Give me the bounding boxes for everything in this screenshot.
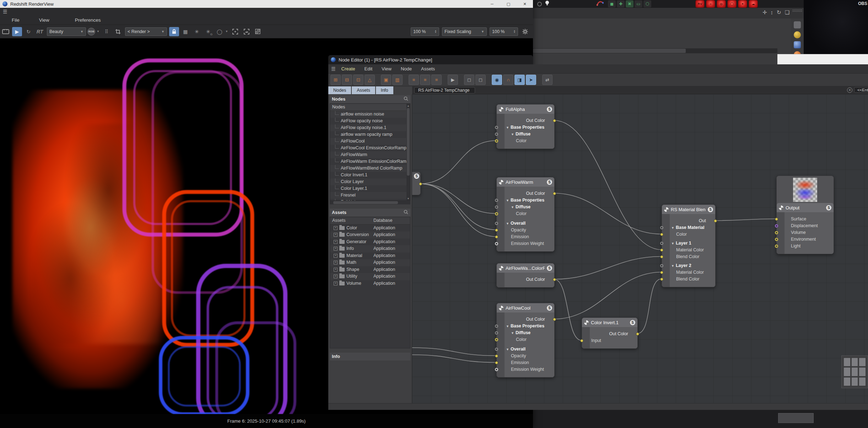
crop-region-icon[interactable] xyxy=(113,27,123,36)
node-header[interactable]: AirFlowCoolS xyxy=(497,303,554,312)
input-port-emission[interactable] xyxy=(495,235,498,239)
redshift-volume-icon[interactable]: ✦ xyxy=(738,0,747,8)
solo-badge[interactable]: S xyxy=(708,207,713,212)
input-port-emission[interactable] xyxy=(495,361,498,364)
nodes-tree-item[interactable]: AirFlowCool xyxy=(330,138,406,145)
node-row-diffuse[interactable]: ▼Diffuse xyxy=(497,204,554,210)
graph-node-warm[interactable]: AirFlowWarmSOut Color▼Base Properties▼Di… xyxy=(496,177,555,252)
node-row-blend-color[interactable]: Blend Color xyxy=(662,253,715,260)
node-row-opacity[interactable]: Opacity xyxy=(497,353,554,359)
connection-wire[interactable] xyxy=(420,184,496,214)
redshift-dome-icon[interactable]: ◯ xyxy=(727,0,737,8)
aov-dropdown[interactable]: Beauty▼ xyxy=(47,27,86,36)
collapse-caret-icon[interactable]: ▼ xyxy=(671,264,674,268)
node-row-out-color[interactable]: Out Color xyxy=(582,331,637,337)
node-row-material-color[interactable]: Material Color xyxy=(662,247,715,253)
node-row-layer-1[interactable]: ▼Layer 1 xyxy=(662,240,715,247)
node-graph-canvas[interactable]: FullAlphaSOut Color▼Base Properties▼Diff… xyxy=(412,94,868,403)
node-row-emission-weight[interactable]: Emission Weight xyxy=(497,366,554,373)
gear-icon[interactable] xyxy=(520,27,530,36)
redshift-list-icon[interactable]: ≡ xyxy=(706,0,715,8)
input-port-base-properties[interactable] xyxy=(495,199,498,202)
tab-info[interactable]: Info xyxy=(376,86,393,94)
assets-table-row[interactable]: +ShapeApplication xyxy=(330,266,410,273)
node-row-layer-2[interactable]: ▼Layer 2 xyxy=(662,262,715,269)
input-port-overall[interactable] xyxy=(495,348,498,351)
input-port-environment[interactable] xyxy=(775,238,778,241)
input-port-volume[interactable] xyxy=(775,231,778,234)
assets-table-row[interactable]: +MathApplication xyxy=(330,259,410,266)
input-port-color[interactable] xyxy=(660,233,663,236)
redshift-cloud-icon[interactable]: ☁ xyxy=(749,0,758,8)
input-port-layer-2[interactable] xyxy=(660,264,663,267)
node-header[interactable]: RS Material Blender.1S xyxy=(662,205,715,214)
collapse-caret-icon[interactable]: ▼ xyxy=(511,205,514,209)
assets-table[interactable]: AssetsDatabase +ColorApplication+Convers… xyxy=(330,217,410,348)
renderview-titlebar[interactable]: Redshift RenderView ─ ▢ ✕ xyxy=(0,0,533,8)
snapshot-icon[interactable]: ✳ xyxy=(192,27,202,36)
node-row-blend-color[interactable]: Blend Color xyxy=(662,276,715,283)
input-port-diffuse[interactable] xyxy=(495,133,498,136)
expander-icon[interactable]: + xyxy=(334,233,338,237)
gold-material-icon[interactable] xyxy=(794,31,801,38)
follow-selection-button[interactable]: ◨ xyxy=(514,75,525,85)
transfer-nodes-button[interactable]: ⇄ xyxy=(542,75,552,85)
snapshot-film-icon[interactable] xyxy=(1,27,11,36)
rgb-caret-icon[interactable]: ▼ xyxy=(97,30,99,33)
output-port-out-color[interactable] xyxy=(553,192,556,195)
search-icon[interactable] xyxy=(404,96,408,102)
model-select-icon[interactable]: ◼ xyxy=(608,0,616,7)
collapse-caret-icon[interactable]: ▼ xyxy=(671,242,674,245)
expander-icon[interactable]: + xyxy=(334,282,338,285)
connection-wire[interactable] xyxy=(554,272,662,319)
model-add-icon[interactable]: ✚ xyxy=(617,0,625,7)
grid-icon[interactable]: ▦ xyxy=(180,27,190,36)
model-delete-icon[interactable]: ✖ xyxy=(626,0,634,7)
node-header[interactable]: Color Invert.1S xyxy=(582,318,637,327)
remove-node-button[interactable]: ⊟ xyxy=(342,75,352,85)
align-horizontal-button[interactable]: ≡ xyxy=(409,75,419,85)
c4d-scrollbar-handle[interactable] xyxy=(533,49,686,53)
input-port-color[interactable] xyxy=(495,139,498,143)
connection-wire[interactable] xyxy=(715,219,776,221)
node-row-out-color[interactable]: Out Color xyxy=(497,190,554,197)
scale-icon[interactable]: ↕ xyxy=(771,9,773,16)
align-vertical-button[interactable]: ≡ xyxy=(420,75,430,85)
node-row-overall[interactable]: ▼Overall xyxy=(497,346,554,353)
graph-node-fullalpha[interactable]: FullAlphaSOut Color▼Base Properties▼Diff… xyxy=(496,104,555,149)
menu-view[interactable]: View xyxy=(39,17,49,23)
zoom-right-spinner[interactable]: 100 % ▲▼ xyxy=(490,27,518,36)
menu-node[interactable]: Node xyxy=(401,66,412,71)
snapshot-group-icon[interactable]: ✳G xyxy=(203,27,213,36)
close-button[interactable]: ✕ xyxy=(517,0,533,8)
connection-wire[interactable] xyxy=(554,257,662,279)
connection-wire[interactable] xyxy=(554,193,662,234)
solo-badge[interactable]: S xyxy=(414,173,419,179)
assets-table-row[interactable]: +MaterialApplication xyxy=(330,252,410,260)
compare-ellipse-icon[interactable]: ◯ xyxy=(215,27,225,36)
expander-icon[interactable]: + xyxy=(334,254,338,258)
node-row-overall[interactable]: ▼Overall xyxy=(497,220,554,227)
spline-icon[interactable] xyxy=(597,0,604,7)
hamburger-icon[interactable]: ☰ xyxy=(3,9,7,15)
camera-dropdown[interactable]: < Render >▼ xyxy=(125,27,167,36)
nodes-tree-item[interactable]: Color Layer xyxy=(330,178,406,185)
menu-create[interactable]: Create xyxy=(341,66,355,71)
assets-table-row[interactable]: +UtilityApplication xyxy=(330,273,410,280)
menu-preferences[interactable]: Preferences xyxy=(75,17,101,23)
nodes-tree-item[interactable]: airflow warm opacity ramp xyxy=(330,131,406,138)
input-port-blend-color[interactable] xyxy=(660,278,663,281)
node-row-emission[interactable]: Emission xyxy=(497,359,554,366)
node-row-volume[interactable]: Volume xyxy=(777,229,834,236)
nodes-list-hscrollbar[interactable] xyxy=(330,201,410,204)
input-port-light[interactable] xyxy=(775,245,778,248)
expander-icon[interactable]: + xyxy=(334,268,338,272)
input-port-blend-color[interactable] xyxy=(660,255,663,258)
nodes-tree-item[interactable]: Color Invert.1 xyxy=(330,172,406,178)
node-row-color[interactable]: Color xyxy=(497,210,554,217)
focus-picker-icon[interactable] xyxy=(230,27,240,36)
dither-grid-icon[interactable]: ⠿ xyxy=(102,27,112,36)
connection-wire[interactable] xyxy=(554,279,582,341)
nodes-tree-item[interactable]: AirFlowCool EmissionColorRamp xyxy=(330,145,406,151)
blue-material-icon[interactable] xyxy=(794,41,801,48)
